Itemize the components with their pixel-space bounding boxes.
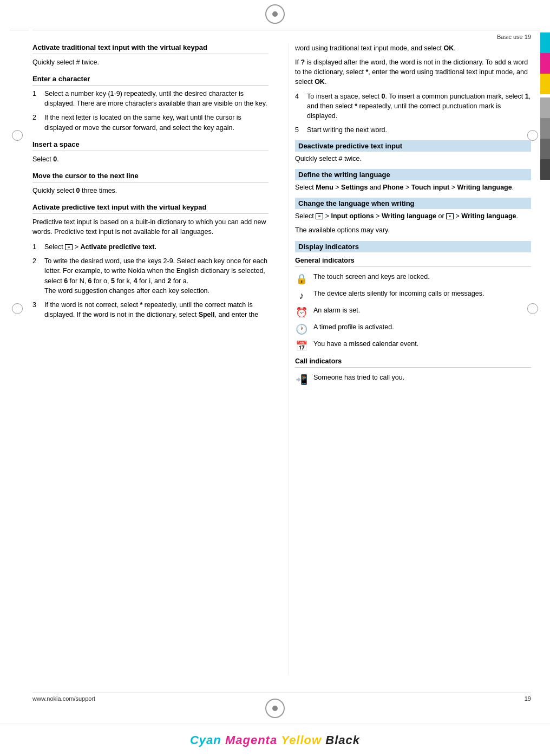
indicator-row: ♪ The device alerts silently for incomin… — [295, 289, 531, 303]
list-item: 5 Start writing the next word. — [295, 125, 531, 135]
section-title-define: Define the writing language — [295, 169, 531, 180]
indicator-row: 🔒 The touch screen and keys are locked. — [295, 272, 531, 286]
list-item: 1 Select ≡ > Activate predictive text. — [32, 242, 269, 252]
missed-call-icon: 📲 — [295, 373, 308, 387]
top-line — [32, 30, 535, 30]
section-body-deactivate: Quickly select # twice. — [295, 154, 531, 164]
list-text: Start writing the next word. — [307, 125, 531, 135]
divider-1 — [32, 54, 269, 54]
call-indicators-list: 📲 Someone has tried to call you. — [295, 373, 531, 387]
cmyk-magenta: Magenta — [225, 733, 277, 747]
left-column: Activate traditional text input with the… — [32, 43, 275, 675]
page-footer: www.nokia.com/support 19 — [32, 693, 531, 702]
list-item: 2 If the next letter is located on the s… — [32, 113, 269, 132]
list-text: To write the desired word, use the keys … — [44, 256, 269, 296]
divider-4 — [32, 182, 269, 183]
menu-icon2: ≡ — [446, 213, 454, 219]
left-circle-top — [12, 130, 23, 141]
section-title-activate-trad: Activate traditional text input with the… — [32, 43, 269, 51]
list-num: 4 — [295, 92, 303, 121]
cmyk-space3 — [322, 733, 325, 747]
footer-url: www.nokia.com/support — [32, 695, 95, 702]
cont-text: word using traditional text input mode, … — [295, 43, 531, 53]
menu-icon: ≡ — [316, 213, 323, 219]
cmyk-cyan: Cyan — [190, 733, 221, 747]
cmyk-black: Black — [325, 733, 360, 747]
list-text: If the next letter is located on the sam… — [44, 113, 269, 132]
tab-gray2 — [540, 118, 550, 139]
lock-icon: 🔒 — [295, 272, 308, 286]
indicator-row: 📅 You have a missed calendar event. — [295, 340, 531, 353]
section-title-deactivate: Deactivate predictive text input — [295, 140, 531, 152]
list-num: 5 — [295, 125, 303, 135]
alarm-icon: ⏰ — [295, 306, 308, 320]
enter-char-list: 1 Select a number key (1-9) repeatedly, … — [32, 89, 269, 133]
list-item: 2 To write the desired word, use the key… — [32, 256, 269, 296]
right-list: 4 To insert a space, select 0. To insert… — [295, 92, 531, 135]
list-num: 2 — [32, 113, 40, 132]
indicator-text: The device alerts silently for incoming … — [313, 289, 484, 299]
tab-gray1 — [540, 97, 550, 118]
pred-list: 1 Select ≡ > Activate predictive text. 2… — [32, 242, 269, 320]
section-title-change: Change the language when writing — [295, 198, 531, 209]
section-title-move-cursor: Move the cursor to the next line — [32, 172, 269, 180]
tab-gray3 — [540, 139, 550, 159]
general-indicators-subtitle: General indicators — [295, 257, 531, 264]
list-num: 1 — [32, 242, 40, 252]
timed-profile-icon: 🕐 — [295, 323, 308, 336]
section-title-activate-pred: Activate predictive text input with the … — [32, 203, 269, 211]
list-num: 3 — [32, 300, 40, 320]
list-item: 4 To insert a space, select 0. To insert… — [295, 92, 531, 121]
list-text: To insert a space, select 0. To insert a… — [307, 92, 531, 121]
section-body-define: Select Menu > Settings and Phone > Touch… — [295, 183, 531, 192]
bottom-circle-decoration — [265, 699, 285, 718]
section-title-display: Display indicators — [295, 241, 531, 252]
section-body-insert-space: Select 0. — [32, 154, 269, 164]
section-body-change: Select ≡ > Input options > Writing langu… — [295, 211, 531, 221]
tab-magenta — [540, 53, 550, 74]
list-num: 2 — [32, 256, 40, 296]
indicator-text: An alarm is set. — [313, 306, 360, 316]
list-text: Select a number key (1-9) repeatedly, un… — [44, 89, 269, 108]
divider-call — [295, 367, 531, 368]
list-text: Select ≡ > Activate predictive text. — [44, 242, 269, 252]
cmyk-yellow: Yellow — [281, 733, 322, 747]
color-tabs — [540, 32, 550, 180]
margin-line-right — [535, 30, 540, 30]
if-text: If ? is displayed after the word, the wo… — [295, 57, 531, 87]
calendar-icon: 📅 — [295, 340, 308, 353]
list-text: If the word is not correct, select * rep… — [44, 300, 269, 320]
margin-line-left — [10, 30, 29, 30]
page-header: Basic use 19 — [497, 34, 531, 40]
section-body-activate-pred: Predictive text input is based on a buil… — [32, 217, 269, 237]
call-indicators-subtitle: Call indicators — [295, 357, 531, 365]
footer-page-num: 19 — [525, 695, 531, 702]
indicator-row: ⏰ An alarm is set. — [295, 306, 531, 320]
tab-yellow — [540, 74, 550, 94]
divider-3 — [32, 151, 269, 151]
indicator-text: Someone has tried to call you. — [313, 373, 404, 383]
content-area: Activate traditional text input with the… — [32, 43, 531, 675]
indicator-text: A timed profile is activated. — [313, 323, 394, 333]
section-title-insert-space: Insert a space — [32, 140, 269, 148]
top-circle-decoration — [265, 4, 285, 24]
divider-2 — [32, 85, 269, 86]
tab-cyan — [540, 32, 550, 53]
list-item: 1 Select a number key (1-9) repeatedly, … — [32, 89, 269, 108]
page: Basic use 19 Activate traditional text i… — [0, 0, 550, 756]
divider-indicators — [295, 266, 531, 267]
list-num: 1 — [32, 89, 40, 108]
silent-icon: ♪ — [295, 289, 308, 303]
left-circle-bottom — [12, 303, 23, 314]
indicator-text: You have a missed calendar event. — [313, 340, 418, 349]
list-item: 3 If the word is not correct, select * r… — [32, 300, 269, 320]
section-body-activate-trad: Quickly select # twice. — [32, 57, 269, 67]
tab-gray4 — [540, 159, 550, 180]
section-body-move-cursor: Quickly select 0 three times. — [32, 186, 269, 195]
indicator-row: 🕐 A timed profile is activated. — [295, 323, 531, 336]
cmyk-space2 — [277, 733, 281, 747]
indicators-list: 🔒 The touch screen and keys are locked. … — [295, 272, 531, 354]
cmyk-space1 — [221, 733, 225, 747]
indicator-row: 📲 Someone has tried to call you. — [295, 373, 531, 387]
section-title-enter-char: Enter a character — [32, 75, 269, 83]
